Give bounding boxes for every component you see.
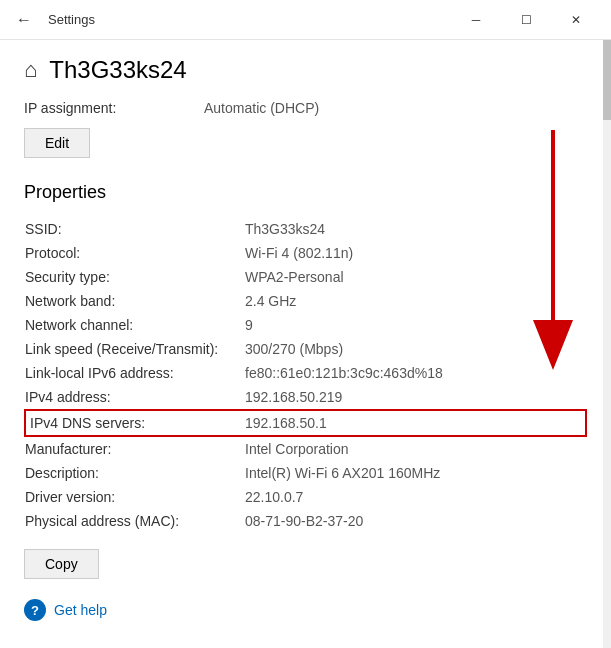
property-label: IPv4 DNS servers: <box>25 410 245 436</box>
property-value: fe80::61e0:121b:3c9c:463d%18 <box>245 361 586 385</box>
property-value: Intel Corporation <box>245 436 586 461</box>
property-row: Manufacturer:Intel Corporation <box>25 436 586 461</box>
window-title: Settings <box>48 12 95 27</box>
property-value: Th3G33ks24 <box>245 217 586 241</box>
property-row: Network band:2.4 GHz <box>25 289 586 313</box>
content-area: ⌂ Th3G33ks24 IP assignment: Automatic (D… <box>0 40 611 648</box>
property-label: Network band: <box>25 289 245 313</box>
property-label: SSID: <box>25 217 245 241</box>
properties-section-title: Properties <box>24 182 587 203</box>
property-row: Link speed (Receive/Transmit):300/270 (M… <box>25 337 586 361</box>
property-label: Security type: <box>25 265 245 289</box>
title-bar: ← Settings ─ ☐ ✕ <box>0 0 611 40</box>
property-value: 22.10.0.7 <box>245 485 586 509</box>
property-value: 192.168.50.219 <box>245 385 586 410</box>
property-value: 300/270 (Mbps) <box>245 337 586 361</box>
property-row: Physical address (MAC):08-71-90-B2-37-20 <box>25 509 586 533</box>
property-row: SSID:Th3G33ks24 <box>25 217 586 241</box>
property-row: Network channel:9 <box>25 313 586 337</box>
property-row: Security type:WPA2-Personal <box>25 265 586 289</box>
property-value: 08-71-90-B2-37-20 <box>245 509 586 533</box>
property-value: WPA2-Personal <box>245 265 586 289</box>
property-row: IPv4 DNS servers:192.168.50.1 <box>25 410 586 436</box>
scrollbar-track <box>603 40 611 648</box>
back-button[interactable]: ← <box>12 7 36 33</box>
ip-assignment-label: IP assignment: <box>24 100 204 116</box>
ip-assignment-row: IP assignment: Automatic (DHCP) <box>24 100 587 116</box>
edit-button[interactable]: Edit <box>24 128 90 158</box>
network-header: ⌂ Th3G33ks24 <box>24 56 587 84</box>
property-value: 192.168.50.1 <box>245 410 586 436</box>
property-row: Driver version:22.10.0.7 <box>25 485 586 509</box>
property-row: Protocol:Wi-Fi 4 (802.11n) <box>25 241 586 265</box>
minimize-button[interactable]: ─ <box>453 4 499 36</box>
property-label: Manufacturer: <box>25 436 245 461</box>
property-row: IPv4 address:192.168.50.219 <box>25 385 586 410</box>
ip-assignment-value: Automatic (DHCP) <box>204 100 319 116</box>
property-label: Protocol: <box>25 241 245 265</box>
copy-button[interactable]: Copy <box>24 549 99 579</box>
property-label: IPv4 address: <box>25 385 245 410</box>
close-button[interactable]: ✕ <box>553 4 599 36</box>
property-label: Driver version: <box>25 485 245 509</box>
property-label: Physical address (MAC): <box>25 509 245 533</box>
window-controls: ─ ☐ ✕ <box>453 4 599 36</box>
home-icon: ⌂ <box>24 57 37 83</box>
property-label: Network channel: <box>25 313 245 337</box>
properties-table: SSID:Th3G33ks24Protocol:Wi-Fi 4 (802.11n… <box>24 217 587 533</box>
property-value: 2.4 GHz <box>245 289 586 313</box>
get-help-link[interactable]: ? Get help <box>24 599 587 621</box>
help-icon: ? <box>24 599 46 621</box>
get-help-label: Get help <box>54 602 107 618</box>
scrollbar-thumb[interactable] <box>603 40 611 120</box>
property-value: 9 <box>245 313 586 337</box>
property-value: Intel(R) Wi-Fi 6 AX201 160MHz <box>245 461 586 485</box>
property-row: Description:Intel(R) Wi-Fi 6 AX201 160MH… <box>25 461 586 485</box>
network-name: Th3G33ks24 <box>49 56 186 84</box>
property-row: Link-local IPv6 address:fe80::61e0:121b:… <box>25 361 586 385</box>
property-label: Link speed (Receive/Transmit): <box>25 337 245 361</box>
property-value: Wi-Fi 4 (802.11n) <box>245 241 586 265</box>
property-label: Link-local IPv6 address: <box>25 361 245 385</box>
maximize-button[interactable]: ☐ <box>503 4 549 36</box>
property-label: Description: <box>25 461 245 485</box>
